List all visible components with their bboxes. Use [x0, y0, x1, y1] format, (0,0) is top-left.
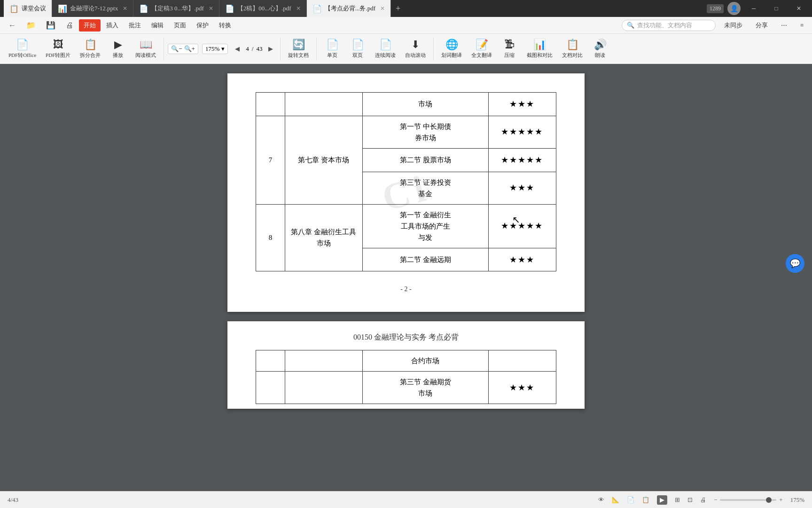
- pdf3-icon: 📄: [312, 4, 322, 13]
- view-mode-icon-2[interactable]: 📐: [612, 496, 619, 504]
- page-prev[interactable]: ◀: [232, 43, 243, 55]
- tab-pdf3[interactable]: 📄 【考点必背...务.pdf ✕: [307, 0, 391, 17]
- tab-pdf2-close[interactable]: ✕: [296, 5, 301, 12]
- menu-insert[interactable]: 插入: [102, 19, 123, 32]
- table-row: 第三节 金融期货市场 ★★★: [256, 372, 556, 404]
- menu-page[interactable]: 页面: [169, 19, 191, 32]
- menu-protect[interactable]: 保护: [192, 19, 213, 32]
- menu-annotate[interactable]: 批注: [124, 19, 146, 32]
- pdf-office-icon: 📄: [16, 39, 29, 51]
- tool-doc-compare-label: 文档对比: [562, 52, 583, 59]
- view-mode-icon-1[interactable]: 👁: [598, 496, 604, 504]
- tool-pdf-office-label: PDF转Office: [8, 52, 36, 59]
- doc-compare-icon: 📋: [566, 39, 579, 51]
- tool-continuous[interactable]: 📄 连续阅读: [371, 37, 399, 61]
- tab-meeting[interactable]: 📋 课堂会议: [4, 0, 52, 17]
- pdf-viewer[interactable]: Ci 市场 ★★★ 7 第七章: [0, 64, 812, 491]
- tool-compress-label: 压缩: [504, 52, 515, 59]
- search-box[interactable]: 🔍 查找功能、文档内容: [622, 20, 716, 31]
- table-row: 市场 ★★★: [256, 93, 556, 116]
- tool-auto-scroll[interactable]: ⬇ 自动滚动: [401, 37, 429, 61]
- menu-convert[interactable]: 转换: [214, 19, 236, 32]
- menu-share[interactable]: 分享: [751, 19, 773, 32]
- full-translate-icon: 📝: [476, 39, 488, 51]
- tab-pdf1[interactable]: 📄 【定稿3 0...华】.pdf ✕: [133, 0, 219, 17]
- tab-ppt[interactable]: 📊 金融理论7-12.pptx ✕: [52, 0, 133, 17]
- tool-full-translate[interactable]: 📝 全文翻译: [468, 37, 496, 61]
- rotate-icon: 🔄: [292, 39, 305, 51]
- tool-compress[interactable]: 🗜 压缩: [498, 37, 521, 61]
- tool-split-merge-label: 拆分合并: [80, 52, 101, 59]
- maximize-button[interactable]: □: [767, 0, 786, 17]
- zoom-minus-status[interactable]: −: [714, 496, 717, 504]
- tab-pdf1-close[interactable]: ✕: [209, 5, 213, 12]
- play-mode-icon[interactable]: ▶: [657, 495, 667, 505]
- table-row: 合约市场: [256, 350, 556, 372]
- zoom-dropdown-icon[interactable]: ▾: [221, 45, 225, 53]
- tool-rotate[interactable]: 🔄 旋转文档: [284, 37, 312, 61]
- tab-pdf2[interactable]: 📄 【2稿】00...心】.pdf ✕: [219, 0, 307, 17]
- tool-split-merge[interactable]: 📋 拆分合并: [76, 37, 104, 61]
- zoom-value-display[interactable]: 175% ▾: [202, 44, 228, 54]
- tool-screenshot-compare[interactable]: 📊 截图和对比: [523, 37, 556, 61]
- zoom-control[interactable]: 🔍− 🔍+: [168, 44, 198, 54]
- blue-circle-button[interactable]: 💬: [786, 254, 804, 273]
- tool-word-translate-label: 划词翻译: [441, 52, 462, 59]
- zoom-value: 175%: [205, 45, 219, 53]
- tab-ppt-close[interactable]: ✕: [123, 5, 127, 12]
- menu-back[interactable]: ←: [4, 19, 21, 32]
- aspect-ratio-icon[interactable]: ⊡: [687, 496, 693, 504]
- tool-pdf-office[interactable]: 📄 PDF转Office: [5, 37, 40, 61]
- tab-pdf1-label: 【定稿3 0...华】.pdf: [151, 4, 204, 13]
- star-rating: ★★★: [509, 383, 535, 392]
- menu-edit[interactable]: 编辑: [147, 19, 168, 32]
- tool-doc-compare[interactable]: 📋 文档对比: [558, 37, 586, 61]
- title-bar-right: 1289 👤 ─ □ ✕: [707, 0, 808, 17]
- single-page-icon: 📄: [326, 39, 339, 51]
- status-page-info: 4/43: [8, 496, 18, 504]
- menu-more2[interactable]: ≡: [796, 20, 808, 31]
- menu-save[interactable]: 💾: [41, 19, 60, 32]
- table-cell: ★★★: [488, 93, 556, 116]
- tool-double-page[interactable]: 📄 双页: [346, 37, 369, 61]
- tool-pdf-image[interactable]: 🖼 PDF转图片: [42, 37, 74, 61]
- pdf1-icon: 📄: [139, 4, 148, 13]
- table-cell: [488, 350, 556, 372]
- table-cell: 第二节 股票市场: [362, 148, 488, 172]
- status-bar-right: 👁 📐 📄 📋 ▶ ⊞ ⊡ 🖨 − + 175%: [598, 495, 804, 505]
- view-mode-icon-4[interactable]: 📋: [642, 496, 649, 504]
- print-icon[interactable]: 🖨: [700, 496, 706, 504]
- search-placeholder: 查找功能、文档内容: [637, 21, 692, 30]
- table-cell: 合约市场: [362, 350, 488, 372]
- meeting-icon: 📋: [9, 4, 19, 13]
- page-next[interactable]: ▶: [265, 43, 276, 55]
- zoom-plus-small[interactable]: 🔍+: [184, 45, 195, 53]
- tool-reading-mode[interactable]: 📖 阅读模式: [132, 37, 160, 61]
- menu-print[interactable]: 🖨: [61, 19, 78, 32]
- tool-continuous-label: 连续阅读: [375, 52, 396, 59]
- tool-screenshot-compare-label: 截图和对比: [527, 52, 553, 59]
- minimize-button[interactable]: ─: [744, 0, 763, 17]
- zoom-slider[interactable]: [720, 499, 776, 501]
- toolbar-nav-group: 🔍− 🔍+ 175% ▾ ◀ 4 / 43 ▶: [168, 43, 276, 55]
- new-tab-button[interactable]: +: [391, 1, 405, 16]
- content-table-2: 合约市场 第三节 金融期货市场 ★★★: [256, 350, 556, 404]
- view-mode-icon-3[interactable]: 📄: [627, 496, 634, 504]
- menu-start[interactable]: 开始: [79, 19, 101, 32]
- zoom-minus-small[interactable]: 🔍−: [171, 45, 182, 53]
- page-view-icon[interactable]: ⊞: [675, 496, 680, 504]
- zoom-plus-status[interactable]: +: [779, 496, 782, 504]
- zoom-percent-status: 175%: [790, 496, 804, 504]
- close-button[interactable]: ✕: [789, 0, 808, 17]
- menu-sync[interactable]: 未同步: [719, 19, 747, 32]
- menu-open[interactable]: 📁: [22, 19, 40, 32]
- tab-pdf3-close[interactable]: ✕: [380, 5, 385, 12]
- page-number-1: - 2 -: [256, 286, 556, 293]
- tab-pdf2-label: 【2稿】00...心】.pdf: [237, 4, 291, 13]
- tool-play[interactable]: ▶ 播放: [106, 37, 130, 61]
- menu-more1[interactable]: ⋯: [776, 20, 792, 31]
- tool-single-page[interactable]: 📄 单页: [320, 37, 344, 61]
- pdf-page-1: Ci 市场 ★★★ 7 第七章: [227, 73, 585, 312]
- tool-read-aloud[interactable]: 🔊 朗读: [588, 37, 612, 61]
- tool-word-translate[interactable]: 🌐 划词翻译: [437, 37, 466, 61]
